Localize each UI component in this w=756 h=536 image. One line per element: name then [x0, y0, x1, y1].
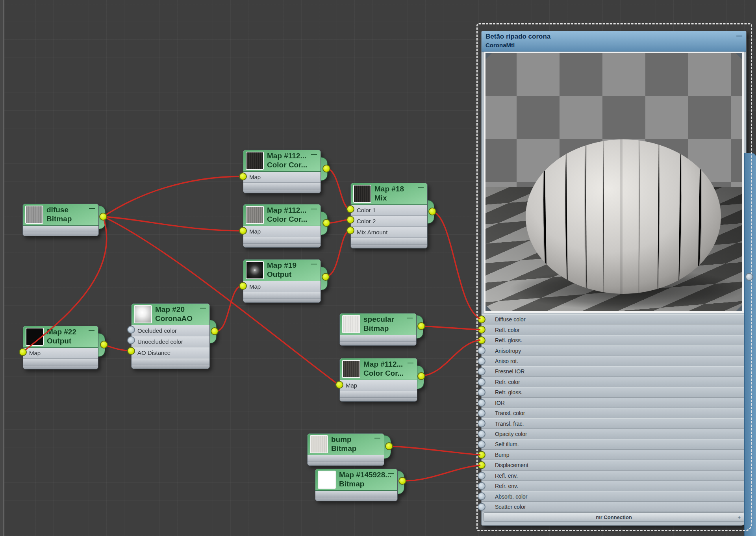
input-socket[interactable]	[19, 348, 27, 356]
input-socket[interactable]	[478, 472, 485, 480]
input-socket[interactable]	[478, 388, 485, 396]
output-socket[interactable]	[99, 213, 107, 221]
slot-self-illum[interactable]: Self illum.	[482, 439, 746, 449]
node-thumbnail[interactable]	[25, 206, 43, 224]
input-socket[interactable]	[239, 172, 247, 180]
slot-refr-gloss[interactable]: Refr. gloss.	[482, 387, 746, 397]
input-socket[interactable]	[478, 503, 485, 511]
slot-scatter-color[interactable]: Scatter color	[482, 502, 746, 512]
input-socket[interactable]	[346, 226, 354, 234]
slot-color-1[interactable]: Color 1	[351, 205, 427, 216]
input-socket[interactable]	[346, 205, 354, 213]
slot-opacity-color[interactable]: Opacity color	[482, 429, 746, 439]
mr-connection-bar[interactable]: mr Connection +	[484, 512, 744, 522]
minimize-icon[interactable]: —	[200, 304, 206, 311]
input-socket[interactable]	[478, 357, 485, 365]
slot-map[interactable]: Map	[243, 281, 321, 292]
node-map145928-bitmap[interactable]: Map #145928... Bitmap —	[315, 469, 398, 501]
node-thumbnail[interactable]	[353, 185, 371, 203]
minimize-icon[interactable]: —	[408, 359, 413, 366]
material-preview[interactable]	[484, 52, 744, 313]
slot-map[interactable]: Map	[243, 172, 321, 183]
node-corona-material[interactable]: Betão ripado corona CoronaMtl —	[481, 31, 747, 526]
wire[interactable]	[103, 217, 242, 231]
slot-anisotropy[interactable]: Anisotropy	[482, 345, 746, 356]
node-thumbnail[interactable]	[246, 152, 264, 170]
material-output-tab[interactable]	[744, 153, 756, 536]
slot-unoccluded-color[interactable]: Unoccluded color	[132, 336, 209, 347]
slot-transl-frac[interactable]: Transl. frac.	[482, 418, 746, 428]
slot-map[interactable]: Map	[340, 380, 417, 391]
node-thumbnail[interactable]	[134, 305, 152, 323]
input-socket[interactable]	[478, 326, 485, 334]
output-socket[interactable]	[322, 219, 330, 227]
node-map18-mix[interactable]: Map #18 Mix — Color 1 Color 2 Mix Amount	[350, 183, 428, 249]
slot-fresnel-ior[interactable]: Fresnel IOR	[482, 366, 746, 376]
minimize-icon[interactable]: —	[388, 470, 394, 477]
slot-refr-env[interactable]: Refr. env.	[482, 481, 746, 491]
node-thumbnail[interactable]	[246, 206, 264, 224]
input-socket[interactable]	[478, 451, 485, 459]
input-socket[interactable]	[239, 227, 247, 235]
output-socket[interactable]	[385, 442, 393, 450]
material-output-socket[interactable]	[745, 273, 753, 281]
slot-color-2[interactable]: Color 2	[351, 216, 427, 227]
slot-bump[interactable]: Bump	[482, 450, 746, 460]
wire[interactable]	[432, 211, 480, 319]
input-socket[interactable]	[478, 367, 485, 375]
node-map22-output[interactable]: Map #22 Output — Map	[23, 326, 98, 369]
input-socket[interactable]	[478, 482, 485, 490]
wire[interactable]	[326, 230, 350, 277]
output-socket[interactable]	[322, 165, 330, 172]
slot-ior[interactable]: IOR	[482, 398, 746, 408]
minimize-icon[interactable]: —	[89, 327, 94, 334]
minimize-icon[interactable]: —	[407, 314, 413, 321]
slot-map[interactable]: Map	[243, 226, 321, 237]
input-socket[interactable]	[478, 409, 485, 417]
node-map19-output[interactable]: Map #19 Output — Map	[243, 259, 321, 303]
node-thumbnail[interactable]	[318, 471, 336, 489]
minimize-icon[interactable]: —	[89, 205, 95, 211]
node-thumbnail[interactable]	[246, 261, 264, 279]
minimize-icon[interactable]: —	[311, 260, 317, 267]
input-socket[interactable]	[478, 461, 485, 469]
output-socket[interactable]	[417, 372, 425, 380]
node-thumbnail[interactable]	[310, 435, 328, 453]
input-socket[interactable]	[478, 378, 485, 386]
node-map112-colorcorrect-1[interactable]: Map #112... Color Cor... — Map	[243, 150, 321, 193]
input-socket[interactable]	[478, 315, 485, 323]
output-socket[interactable]	[322, 273, 330, 281]
node-map20-coronaao[interactable]: Map #20 CoronaAO — Occluded color Unoccl…	[131, 303, 210, 369]
input-socket[interactable]	[478, 336, 485, 344]
slot-refr-color[interactable]: Refr. color	[482, 377, 746, 387]
wire[interactable]	[421, 326, 480, 330]
node-thumbnail[interactable]	[342, 360, 360, 378]
minimize-icon[interactable]: —	[418, 184, 424, 191]
slot-mix-amount[interactable]: Mix Amount	[351, 227, 427, 238]
input-socket[interactable]	[478, 430, 485, 438]
input-socket[interactable]	[239, 282, 247, 290]
material-header[interactable]: Betão ripado corona CoronaMtl —	[482, 31, 746, 52]
input-socket[interactable]	[478, 492, 485, 500]
wire[interactable]	[421, 340, 480, 376]
minimize-icon[interactable]: —	[311, 205, 317, 212]
slot-diffuse-color[interactable]: Diffuse color	[482, 314, 746, 325]
input-socket[interactable]	[127, 347, 135, 355]
expand-icon[interactable]: +	[737, 514, 741, 520]
wire[interactable]	[389, 446, 480, 455]
output-socket[interactable]	[417, 322, 425, 330]
input-socket[interactable]	[478, 347, 485, 354]
input-socket[interactable]	[478, 419, 485, 427]
node-thumbnail[interactable]	[26, 328, 44, 346]
output-socket[interactable]	[398, 477, 406, 485]
node-specular-bitmap[interactable]: specular Bitmap —	[339, 313, 417, 346]
node-map112-colorcorrect-2[interactable]: Map #112... Color Cor... — Map	[243, 204, 321, 248]
slot-absorb-color[interactable]: Absorb. color	[482, 491, 746, 501]
slot-transl-color[interactable]: Transl. color	[482, 408, 746, 418]
slot-map[interactable]: Map	[23, 348, 98, 359]
input-socket[interactable]	[478, 399, 485, 407]
slot-aniso-rot[interactable]: Aniso rot.	[482, 356, 746, 366]
node-difuse-bitmap[interactable]: difuse Bitmap —	[22, 204, 99, 236]
slot-refl-env[interactable]: Refl. env.	[482, 471, 746, 481]
slot-displacement[interactable]: Displacement	[482, 460, 746, 470]
